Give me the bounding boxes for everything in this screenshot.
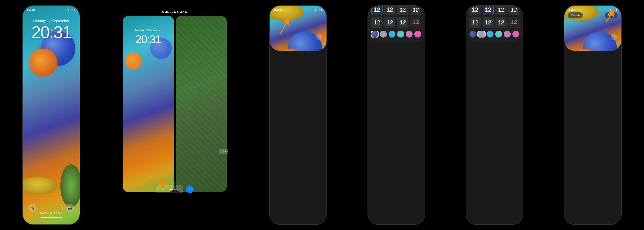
status-bar-1: plusnet ▎▎▎ ≈ ▮: [27, 9, 75, 11]
carrier-6: plusnet: [569, 9, 576, 11]
phone-1: plusnet ▎▎▎ ≈ ▮ Monday 12 September 20:3…: [23, 6, 80, 225]
phone-4: plusnet ▎▎▎ ≈ ▮ Monday 12 September 20:3…: [368, 6, 425, 225]
font-opt-5-4[interactable]: 12: [508, 6, 520, 15]
camera-icon[interactable]: 📷: [66, 204, 74, 212]
lock-time-1: 20:31: [23, 24, 80, 41]
color-mauve[interactable]: [406, 31, 412, 37]
swipe-label: Swipe up to open: [23, 211, 80, 215]
three-dots-6[interactable]: ···: [611, 34, 617, 40]
signal-3: ▎▎▎: [314, 9, 318, 11]
font-opt-5-8[interactable]: 12: [508, 17, 520, 28]
color-teal[interactable]: [397, 31, 404, 37]
collection-card-2[interactable]: [176, 16, 227, 192]
orb-orange-1: [29, 49, 57, 76]
color-pink[interactable]: [414, 31, 421, 37]
color-gray[interactable]: [380, 31, 387, 37]
status-bar-3: plusnet ▎▎▎ ≈ ▮: [274, 9, 322, 11]
collections-panel: COLLECTIONS Monday 12 September 20:31 🔗 …: [121, 6, 228, 225]
font-grid-5: 12 12 12 12 12 12 12 12: [470, 6, 520, 28]
color-sky[interactable]: [388, 31, 396, 37]
font-opt-5-1[interactable]: 12: [470, 6, 481, 15]
phone-5: plusnet ▎▎▎ ≈ ▮ Monday 12 September 20:3…: [466, 6, 523, 225]
focus-btn[interactable]: 🔗 Focus: [218, 149, 228, 154]
color-pink-5[interactable]: [512, 31, 519, 37]
font-panel-5: 🌐 Font & Colour ✕ 12 12 12 12 12 12 12 1…: [466, 6, 523, 42]
customise-button[interactable]: Customise: [156, 185, 183, 193]
phone-6: Cancel Done plusnet ▎▎▎ ≈ ▮ Monday 12 Se…: [564, 6, 621, 225]
done-button[interactable]: Done: [605, 12, 618, 18]
battery-icon: ▮: [74, 9, 75, 11]
home-indicator-1: [40, 217, 62, 218]
font-opt-2[interactable]: 12: [384, 6, 396, 15]
dot-3: [174, 182, 176, 183]
card-orb-orange: [125, 52, 142, 70]
status-icons: ▎▎▎ ≈ ▮: [67, 9, 75, 11]
font-opt-5-3[interactable]: 12: [496, 6, 506, 15]
status-icons-6: ▎▎▎ ≈ ▮: [608, 9, 617, 11]
corner-icons-1: 🔦 📷: [23, 204, 80, 212]
font-panel-4: 🌐 Font & Colour ✕ 12 12 12 12 12 12 12 1…: [368, 6, 425, 42]
color-gray-5[interactable]: [478, 31, 485, 37]
font-opt-5-5[interactable]: 12: [470, 17, 481, 28]
color-row-5: [470, 31, 520, 37]
cancel-button[interactable]: Cancel: [568, 12, 583, 18]
orb-green-1: [60, 164, 80, 207]
signal-icon: ▎▎▎: [67, 9, 72, 11]
color-sky-5[interactable]: [487, 31, 494, 37]
collections-grid: Monday 12 September 20:31: [121, 16, 228, 192]
color-row-4: [371, 31, 422, 37]
font-opt-7[interactable]: 12: [397, 17, 408, 28]
font-opt-1[interactable]: 12: [371, 6, 382, 15]
status-icons-3: ▎▎▎ ≈ ▮: [314, 9, 322, 11]
font-opt-5-7[interactable]: 12: [496, 17, 506, 28]
phone-3: plusnet ▎▎▎ ≈ ▮ Monday 12 September 20:3…: [270, 6, 326, 225]
card-date-1: Monday 12 September: [123, 29, 174, 32]
lock-date-1: Monday 12 September: [23, 19, 80, 23]
card-texture: [176, 16, 227, 192]
add-button[interactable]: +: [186, 185, 194, 193]
battery-3: ▮: [321, 9, 322, 11]
font-grid-4: 12 12 12 12 12 12 12 12: [371, 6, 422, 28]
font-opt-5-6[interactable]: 12: [482, 17, 494, 28]
customise-bar: Customise +: [121, 185, 228, 193]
status-bar-6: plusnet ▎▎▎ ≈ ▮: [569, 9, 617, 11]
font-opt-6[interactable]: 12: [384, 17, 396, 28]
font-opt-4[interactable]: 12: [410, 6, 422, 15]
flashlight-icon[interactable]: 🔦: [28, 204, 36, 212]
font-opt-5[interactable]: 12: [371, 17, 382, 28]
three-dots-3[interactable]: ···: [316, 34, 322, 40]
color-teal-5[interactable]: [495, 31, 502, 37]
font-opt-3[interactable]: 12: [397, 6, 408, 15]
color-mauve-5[interactable]: [504, 31, 511, 37]
collection-card-focus: 🔗 Focus: [121, 175, 228, 180]
carrier-label: plusnet: [27, 9, 35, 11]
link-icon: 🔗: [222, 150, 224, 153]
battery-6: ▮: [616, 9, 617, 11]
color-blue-dark-5[interactable]: [470, 31, 476, 37]
font-opt-5-2[interactable]: 12: [482, 6, 494, 15]
signal-6: ▎▎▎: [608, 9, 613, 11]
wifi-3: ≈: [319, 9, 320, 11]
font-opt-8[interactable]: 12: [410, 17, 422, 28]
lock-bottom-1: Swipe up to open: [23, 211, 80, 218]
card-time-1: 20:31: [123, 33, 174, 46]
wifi-icon: ≈: [72, 9, 74, 11]
color-blue-dark[interactable]: [371, 31, 378, 37]
carrier-3: plusnet: [274, 9, 282, 11]
collection-card-1[interactable]: Monday 12 September 20:31: [123, 16, 174, 192]
wifi-6: ≈: [614, 9, 615, 11]
collections-header: COLLECTIONS: [121, 6, 228, 16]
